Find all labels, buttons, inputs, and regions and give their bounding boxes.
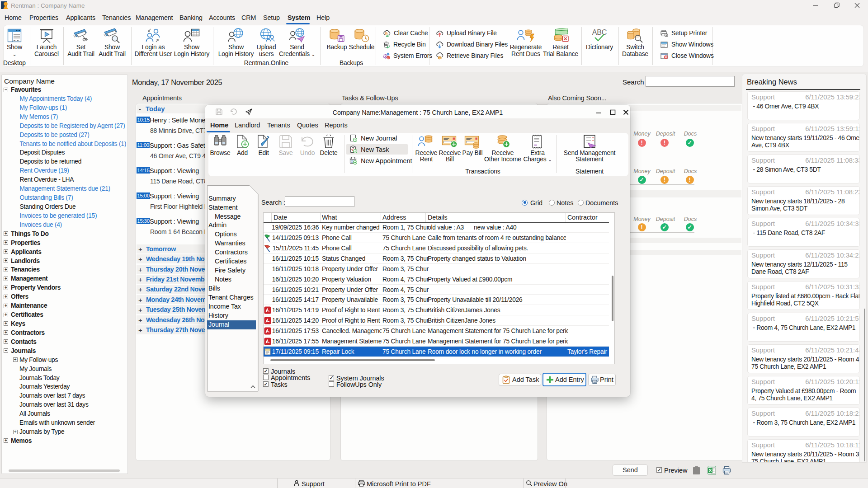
svg-text:ABC: ABC <box>592 28 607 36</box>
